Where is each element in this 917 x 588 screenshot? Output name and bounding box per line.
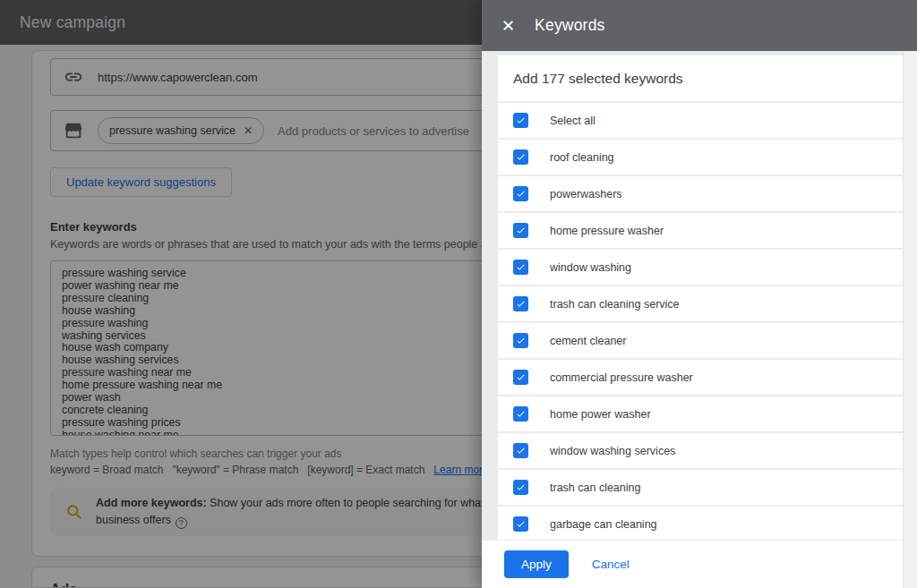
checkbox-checked-icon[interactable]	[513, 443, 528, 458]
keyword-row[interactable]: home power washer	[498, 396, 903, 433]
close-icon[interactable]: ✕	[501, 16, 515, 36]
keyword-row[interactable]: home pressure washer	[498, 213, 903, 250]
keyword-row[interactable]: window washing services	[498, 433, 903, 470]
keyword-row-label: trash can cleaning service	[550, 298, 680, 311]
keyword-row-label: garbage can cleaning	[550, 518, 657, 531]
cancel-button[interactable]: Cancel	[592, 558, 630, 571]
checkbox-checked-icon[interactable]	[513, 333, 528, 348]
apply-button[interactable]: Apply	[504, 550, 569, 578]
keywords-panel-header: ✕ Keywords	[482, 0, 917, 51]
keyword-row[interactable]: roof cleaning	[498, 140, 903, 176]
selected-keywords-heading: Add 177 selected keywords	[498, 55, 903, 103]
checkbox-checked-icon[interactable]	[513, 113, 528, 128]
checkbox-checked-icon[interactable]	[513, 260, 528, 275]
keyword-row[interactable]: trash can cleaning service	[498, 286, 903, 323]
keyword-row[interactable]: commercial pressure washer	[498, 360, 903, 396]
checkbox-checked-icon[interactable]	[513, 186, 528, 201]
keyword-row-label: home power washer	[550, 408, 651, 421]
keyword-row-label: commercial pressure washer	[550, 371, 693, 384]
keyword-list: Select allroof cleaningpowerwashershome …	[498, 103, 903, 543]
checkbox-checked-icon[interactable]	[513, 296, 528, 311]
checkbox-checked-icon[interactable]	[513, 223, 528, 238]
checkbox-checked-icon[interactable]	[513, 149, 528, 165]
select-all-row[interactable]: Select all	[498, 103, 903, 140]
keywords-panel-footer: Apply Cancel	[482, 540, 903, 588]
keyword-row[interactable]: cement cleaner	[498, 323, 903, 360]
keyword-row[interactable]: garbage can cleaning	[498, 507, 903, 543]
keyword-row-label: window washing services	[550, 445, 675, 457]
keyword-row-label: home pressure washer	[550, 225, 664, 237]
keyword-row-label: roof cleaning	[550, 151, 614, 164]
checkbox-checked-icon[interactable]	[513, 480, 528, 495]
keyword-row-label: cement cleaner	[550, 335, 626, 347]
panel-scrollbar[interactable]	[903, 51, 917, 588]
keyword-row-label: window washing	[550, 261, 631, 274]
checkbox-checked-icon[interactable]	[513, 516, 528, 532]
keyword-row[interactable]: powerwashers	[498, 176, 903, 213]
keyword-row-label: trash can cleaning	[550, 481, 640, 494]
keywords-panel-title: Keywords	[535, 16, 604, 35]
keyword-row[interactable]: trash can cleaning	[498, 470, 903, 507]
keyword-row-label: Select all	[550, 115, 596, 127]
selected-keywords-card: Add 177 selected keywords Select allroof…	[498, 55, 903, 588]
keywords-panel: ✕ Keywords Add 177 selected keywords Sel…	[482, 0, 917, 588]
keyword-row-label: powerwashers	[550, 188, 622, 200]
keyword-row[interactable]: window washing	[498, 250, 903, 286]
checkbox-checked-icon[interactable]	[513, 406, 528, 422]
checkbox-checked-icon[interactable]	[513, 370, 528, 385]
screen: New campaign https://www.capowerclean.co…	[0, 0, 917, 588]
